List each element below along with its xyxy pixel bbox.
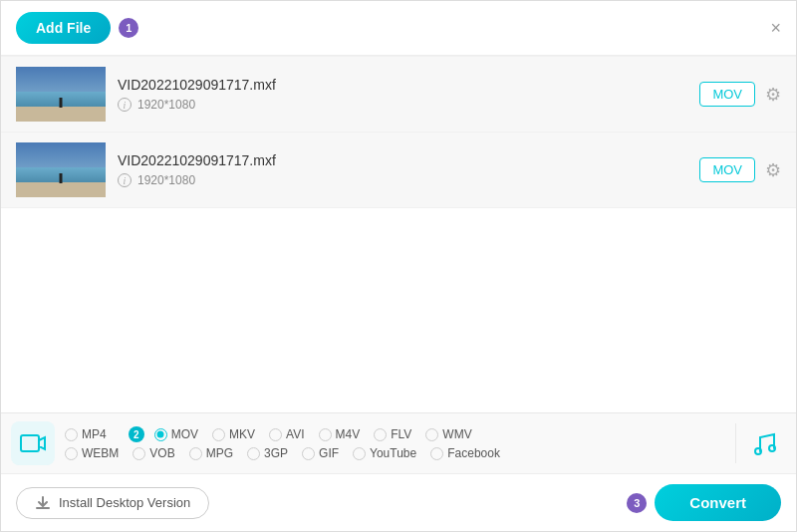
format-option-vob[interactable]: VOB [133,446,174,460]
format-option-wmv[interactable]: WMV [425,427,471,441]
video-format-icon-area[interactable] [11,421,55,465]
badge-1: 1 [119,18,138,38]
format-label-mp4: MP4 [82,427,107,441]
format-label-avi: AVI [286,427,304,441]
file-meta: i 1920*1080 [118,98,699,112]
format-label-mkv: MKV [229,427,255,441]
add-file-button[interactable]: Add File [16,12,111,44]
format-options: MP4 2 MOV MKV AVI M4V [65,426,729,460]
thumbnail [16,67,106,122]
vertical-divider [735,423,736,463]
format-label-gif: GIF [319,446,339,460]
format-label-mov: MOV [171,427,198,441]
svg-rect-4 [36,507,50,509]
format-option-flv[interactable]: FLV [374,427,411,441]
format-label-youtube: YouTube [370,446,416,460]
info-icon[interactable]: i [118,173,132,187]
close-button[interactable]: × [770,19,781,37]
svg-marker-1 [39,437,45,449]
settings-icon[interactable]: ⚙ [765,84,781,106]
format-option-mpg[interactable]: MPG [189,446,233,460]
svg-rect-0 [21,435,39,451]
format-option-mp4[interactable]: MP4 [65,427,107,441]
file-list: VID20221029091717.mxf i 1920*1080 MOV ⚙ … [1,56,796,208]
svg-point-2 [755,448,761,454]
format-option-webm[interactable]: WEBM [65,446,119,460]
music-icon-area[interactable] [742,421,786,465]
badge-3-wrap: 3 Convert [619,484,781,521]
file-actions: MOV ⚙ [699,82,781,107]
format-label-wmv: WMV [442,427,471,441]
format-option-3gp[interactable]: 3GP [247,446,288,460]
file-name: VID20221029091717.mxf [118,77,699,93]
file-resolution: 1920*1080 [137,173,195,187]
format-label-flv: FLV [391,427,411,441]
format-button[interactable]: MOV [699,82,755,107]
file-actions: MOV ⚙ [699,157,781,182]
format-label-m4v: M4V [336,427,361,441]
badge-3: 3 [627,493,647,513]
format-label-vob: VOB [149,446,174,460]
music-icon [750,429,778,457]
badge-2: 2 [129,426,144,442]
file-name: VID20221029091717.mxf [118,152,699,168]
install-button[interactable]: Install Desktop Version [16,487,209,519]
action-bar: Install Desktop Version 3 Convert [1,474,796,531]
format-label-webm: WEBM [82,446,119,460]
download-icon [35,495,51,511]
format-option-youtube[interactable]: YouTube [353,446,416,460]
video-icon [19,429,47,457]
format-option-facebook[interactable]: Facebook [430,446,500,460]
info-icon[interactable]: i [118,98,132,112]
settings-icon[interactable]: ⚙ [765,159,781,181]
format-label-facebook: Facebook [447,446,500,460]
format-option-mov[interactable]: MOV [154,427,198,441]
file-item: VID20221029091717.mxf i 1920*1080 MOV ⚙ [1,133,796,208]
install-label: Install Desktop Version [59,495,190,510]
format-option-gif[interactable]: GIF [302,446,339,460]
file-item: VID20221029091717.mxf i 1920*1080 MOV ⚙ [1,56,796,133]
format-label-3gp: 3GP [264,446,288,460]
format-option-avi[interactable]: AVI [269,427,304,441]
format-row-2: WEBM VOB MPG 3GP GIF [65,446,729,460]
format-option-m4v[interactable]: M4V [319,427,361,441]
bottom-panel: MP4 2 MOV MKV AVI M4V [1,412,796,531]
file-meta: i 1920*1080 [118,173,699,187]
svg-point-3 [769,445,775,451]
thumbnail [16,142,106,197]
format-option-mkv[interactable]: MKV [212,427,255,441]
convert-button[interactable]: Convert [655,484,781,521]
format-button[interactable]: MOV [699,157,755,182]
title-bar: Add File 1 × [1,1,796,56]
file-info: VID20221029091717.mxf i 1920*1080 [106,152,699,187]
file-resolution: 1920*1080 [137,98,195,112]
format-label-mpg: MPG [206,446,233,460]
format-bar: MP4 2 MOV MKV AVI M4V [1,413,796,474]
format-row-1: MP4 2 MOV MKV AVI M4V [65,426,729,442]
file-info: VID20221029091717.mxf i 1920*1080 [106,77,699,112]
